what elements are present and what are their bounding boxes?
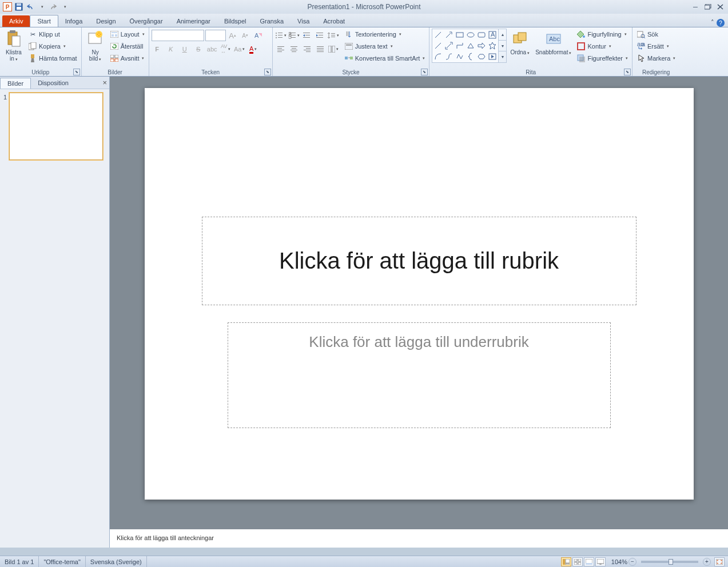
increase-indent-button[interactable] [315, 30, 326, 41]
clipboard-launcher[interactable]: ⬊ [73, 69, 80, 75]
tab-view[interactable]: Visa [291, 15, 316, 27]
reading-view-button[interactable] [584, 557, 594, 566]
slide-editor[interactable]: Klicka för att lägga till rubrik Klicka … [110, 77, 728, 548]
shape-arrow-icon[interactable] [444, 30, 454, 40]
thumbnails-area[interactable]: 1 [0, 89, 109, 548]
layout-button[interactable]: Layout [108, 29, 146, 40]
zoom-out-button[interactable]: − [628, 558, 636, 566]
notes-pane[interactable]: Klicka för att lägga till anteckningar [110, 527, 728, 548]
change-case-button[interactable]: Aa [234, 43, 245, 55]
shape-rounded-rect-icon[interactable] [476, 30, 487, 40]
fit-to-window-button[interactable] [714, 557, 725, 566]
strikethrough-button[interactable]: S [193, 43, 204, 55]
slideshow-view-button[interactable] [595, 557, 606, 566]
bullets-button[interactable] [275, 30, 287, 41]
normal-view-button[interactable] [561, 557, 571, 566]
bold-button[interactable]: F [152, 43, 163, 55]
shape-outline-button[interactable]: Kontur [575, 41, 630, 52]
select-button[interactable]: Markera [635, 53, 677, 64]
shape-action-icon[interactable] [487, 51, 498, 62]
panel-close-button[interactable]: × [102, 78, 107, 87]
shape-double-arrow-icon[interactable] [444, 41, 454, 51]
minimize-ribbon-button[interactable]: ˄ [711, 19, 714, 27]
tab-insert[interactable]: Infoga [58, 15, 90, 27]
shape-oval-icon[interactable] [466, 30, 476, 40]
status-slide-count[interactable]: Bild 1 av 1 [0, 556, 39, 567]
line-spacing-button[interactable] [328, 30, 339, 41]
slide-canvas[interactable]: Klicka för att lägga till rubrik Klicka … [145, 88, 694, 500]
gallery-down-button[interactable]: ▼ [499, 41, 506, 52]
tab-transitions[interactable]: Övergångar [123, 15, 170, 27]
font-family-combo[interactable] [152, 30, 204, 41]
gallery-up-button[interactable]: ▲ [499, 29, 506, 41]
shape-connector-icon[interactable] [444, 51, 454, 62]
shape-rectangle-icon[interactable] [455, 30, 465, 40]
zoom-in-button[interactable]: + [703, 558, 711, 566]
columns-button[interactable] [328, 43, 339, 55]
replace-button[interactable]: abacErsätt [635, 41, 677, 52]
shrink-font-button[interactable]: A▾ [240, 30, 251, 41]
qat-customize[interactable] [59, 2, 70, 12]
save-button[interactable] [14, 2, 24, 12]
copy-button[interactable]: Kopiera [26, 41, 79, 52]
sorter-view-button[interactable] [572, 557, 583, 566]
decrease-indent-button[interactable] [301, 30, 313, 41]
shadow-button[interactable]: abc [206, 43, 218, 55]
zoom-slider[interactable] [641, 561, 698, 563]
shape-freeform-icon[interactable] [455, 51, 465, 62]
tab-file[interactable]: Arkiv [2, 15, 30, 27]
format-painter-button[interactable]: Hämta format [26, 53, 79, 64]
tab-review[interactable]: Granska [253, 15, 291, 27]
shapes-gallery[interactable]: A [432, 29, 499, 63]
app-icon[interactable]: P [2, 2, 13, 12]
tab-animations[interactable]: Animeringar [170, 15, 217, 27]
italic-button[interactable]: K [165, 43, 177, 55]
shape-triangle-icon[interactable] [466, 41, 476, 51]
text-direction-button[interactable]: llTextorientering [343, 29, 427, 40]
numbering-button[interactable]: 123 [288, 30, 300, 41]
status-theme[interactable]: "Office-tema" [39, 556, 85, 567]
align-right-button[interactable] [301, 43, 313, 55]
title-placeholder[interactable]: Klicka för att lägga till rubrik [202, 217, 636, 305]
paragraph-launcher[interactable]: ⬊ [421, 69, 428, 75]
shape-right-arrow-icon[interactable] [476, 41, 487, 51]
restore-button[interactable] [703, 3, 713, 11]
shape-curve-icon[interactable] [433, 51, 443, 62]
shape-line-icon[interactable] [433, 30, 443, 40]
align-center-button[interactable] [288, 43, 300, 55]
shape-elbow-icon[interactable] [455, 41, 465, 51]
shape-line2-icon[interactable] [433, 41, 443, 51]
status-language[interactable]: Svenska (Sverige) [86, 556, 147, 567]
paste-button[interactable]: Klistra in [2, 29, 25, 63]
help-button[interactable]: ? [717, 19, 725, 27]
convert-smartart-button[interactable]: Konvertera till SmartArt [343, 53, 427, 64]
font-launcher[interactable]: ⬊ [264, 69, 271, 75]
grow-font-button[interactable]: A▴ [227, 30, 238, 41]
panel-tab-slides[interactable]: Bilder [0, 78, 31, 89]
shape-fill-button[interactable]: Figurfyllning [575, 29, 630, 40]
undo-dropdown[interactable] [37, 2, 47, 12]
shape-textbox-icon[interactable]: A [487, 30, 498, 40]
quick-styles-button[interactable]: Abc Snabbformat [533, 29, 574, 57]
tab-slideshow[interactable]: Bildspel [217, 15, 253, 27]
panel-tab-outline[interactable]: Disposition [31, 78, 75, 88]
drawing-launcher[interactable]: ⬊ [624, 69, 631, 75]
font-size-combo[interactable] [205, 30, 226, 41]
font-color-button[interactable]: A [248, 43, 259, 55]
justify-button[interactable] [315, 43, 326, 55]
zoom-thumb[interactable] [669, 559, 673, 565]
slide-thumbnail-1[interactable] [9, 93, 103, 160]
zoom-level[interactable]: 104% [611, 558, 627, 565]
undo-button[interactable] [25, 2, 35, 12]
cut-button[interactable]: ✂Klipp ut [26, 29, 79, 40]
shape-star-icon[interactable] [487, 41, 498, 51]
minimize-button[interactable]: ─ [690, 3, 701, 11]
shape-hexagon-icon[interactable] [476, 51, 487, 62]
align-text-button[interactable]: Justera text [343, 41, 427, 52]
shape-effects-button[interactable]: Figureffekter [575, 53, 630, 64]
tab-home[interactable]: Start [30, 15, 58, 27]
redo-button[interactable] [48, 2, 58, 12]
align-left-button[interactable] [275, 43, 287, 55]
shape-brace-icon[interactable] [466, 51, 476, 62]
close-button[interactable] [715, 3, 726, 11]
